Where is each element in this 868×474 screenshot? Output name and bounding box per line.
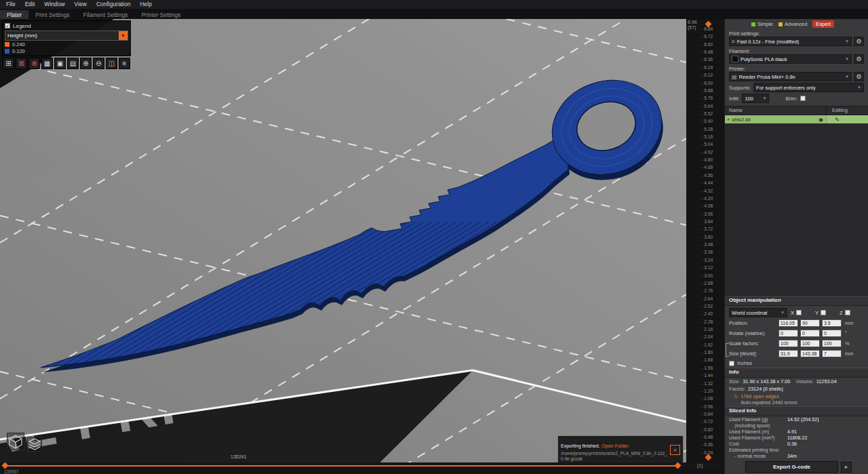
legend-checkbox[interactable]: ✓ [5,23,10,28]
mode-advanced[interactable]: Advanced [778,21,807,27]
axis-toggle[interactable] [796,310,802,315]
layer-tick[interactable]: 5.16 [701,135,713,140]
position-y-input[interactable]: 90 [800,319,820,327]
size-y-input[interactable]: 143.38 [800,350,820,357]
layer-tick[interactable]: 5.52 [701,112,713,117]
printer-select[interactable]: ▤ Reeder Prusa Mini+ 0.8n ▼ [729,72,852,81]
layer-tick[interactable]: 1.08 [701,397,713,401]
layer-tick[interactable]: 0.60 [701,428,713,433]
add-icon[interactable]: ⊞ [3,58,14,69]
layer-tick[interactable]: 3.48 [701,243,713,248]
menu-item-view[interactable]: View [70,0,92,9]
layer-tick[interactable]: 1.80 [701,351,713,355]
layer-tick[interactable]: 3.84 [701,220,713,224]
axis-toggle[interactable] [821,310,826,315]
size-x-input[interactable]: 31.9 [778,350,798,357]
layer-tick[interactable]: 1.68 [701,358,713,363]
layer-tick[interactable]: 3.72 [701,227,713,232]
menu-item-help[interactable]: Help [135,0,156,9]
move-slider-right-handle[interactable] [675,462,682,469]
layer-tick[interactable]: 0.96 [701,405,713,410]
layer-tick[interactable]: 2.76 [701,289,713,294]
copy-icon[interactable]: ▣ [54,58,66,69]
layer-tick[interactable]: 0.36 [701,443,713,448]
move-slider[interactable]: (1) [0,462,724,469]
eye-icon[interactable]: ◉ [818,117,823,123]
layer-tick[interactable]: 5.88 [701,89,713,94]
split-objects-icon[interactable]: ◫ [106,58,117,69]
layer-tick[interactable]: 4.08 [701,204,713,209]
layer-tick[interactable]: 4.56 [701,174,713,178]
menu-item-configuration[interactable]: Configuration [92,0,136,9]
layer-tick[interactable]: 6.36 [701,58,713,62]
3d-viewport[interactable]: AL PRI ✓ [0,19,686,462]
close-icon[interactable]: × [670,445,680,455]
layer-tick[interactable]: 3.60 [701,235,713,240]
size-z-input[interactable]: 7 [822,350,842,357]
view-preview-icon[interactable] [27,437,42,452]
layer-tick[interactable]: 3.36 [701,250,713,255]
open-folder-link[interactable]: Open Folder. [602,443,629,448]
layer-tick[interactable]: 2.64 [701,297,713,302]
mode-simple[interactable]: Simple [751,21,773,27]
layer-tick[interactable]: 0.48 [701,435,713,440]
brim-checkbox[interactable] [800,96,806,101]
export-options-icon[interactable]: ▸ [841,462,852,473]
print-settings-gear-icon[interactable]: ⚙ [854,37,864,46]
position-z-input[interactable]: 3.5 [822,319,842,327]
tab-filament-settings[interactable]: Filament Settings [77,10,135,19]
view-3d-icon[interactable] [7,433,24,450]
layer-tick[interactable]: 3.96 [701,212,713,217]
layer-tick[interactable]: 6.48 [701,50,713,55]
layer-tick[interactable]: 6.84 [701,27,713,32]
layer-height-tool-icon[interactable]: ≡ [119,58,130,69]
tab-printer-settings[interactable]: Printer Settings [134,10,187,19]
editing-cell[interactable]: ✎ [826,115,868,123]
menu-item-edit[interactable]: Edit [20,0,40,9]
layer-tick[interactable]: 4.68 [701,165,713,170]
axis-toggle[interactable] [845,310,850,315]
object-list-body[interactable] [725,123,868,296]
supports-select[interactable]: For support enforcers only ▼ [753,83,864,92]
export-gcode-button[interactable]: Export G-code [745,461,838,473]
layer-tick[interactable]: 2.52 [701,304,713,309]
layer-tick[interactable]: 3.12 [701,266,713,271]
layer-tick[interactable]: 5.64 [701,104,713,109]
layer-tick[interactable]: 6.60 [701,43,713,47]
layer-tick[interactable]: 0.84 [701,412,713,417]
layer-tick[interactable]: 3.00 [701,274,713,279]
layer-tick[interactable]: 4.92 [701,151,713,155]
layer-tick[interactable]: 2.40 [701,312,713,317]
layer-tick[interactable]: 6.72 [701,35,713,39]
move-slider-track[interactable] [5,465,678,467]
layer-tick[interactable]: 5.40 [701,119,713,124]
layer-tick[interactable]: 2.04 [701,335,713,340]
filament-gear-icon[interactable]: ⚙ [854,54,864,64]
chevron-down-icon[interactable]: ▼ [119,31,127,40]
print-settings-select[interactable]: ≡ Fast 0.12z - Fine (modified) ▼ [729,37,852,46]
layer-tick[interactable]: 5.76 [701,96,713,101]
scale-z-input[interactable]: 100 [822,340,842,347]
layer-tick[interactable]: 6.12 [701,73,713,78]
layer-tick[interactable]: 6.24 [701,66,713,71]
tab-plater[interactable]: Plater [0,10,28,19]
rotate-x-input[interactable]: 0 [778,330,798,337]
layer-tick[interactable]: 4.44 [701,181,713,186]
mode-expert[interactable]: Expert [812,20,834,28]
layer-tick[interactable]: 0.72 [701,420,713,424]
rotate-z-input[interactable]: 0 [822,330,842,337]
layer-tick[interactable]: 4.20 [701,197,713,201]
layer-tick[interactable]: 1.44 [701,374,713,378]
coordinate-system-select[interactable]: World coordinat ▼ [729,308,787,317]
object-list-row[interactable]: ▸ shiv2.stl ◉ ✎ [725,115,868,123]
scale-x-input[interactable]: 100 [778,340,798,347]
move-slider-left-handle[interactable] [2,462,9,469]
rotate-y-input[interactable]: 0 [800,330,820,337]
layer-tick[interactable]: 1.92 [701,343,713,348]
lock-scale-icon[interactable] [726,343,729,357]
delete-all-icon[interactable]: ⊗ [28,58,40,69]
layer-slider[interactable]: 6.96 (57) 6.846.726.606.486.366.246.126.… [686,19,724,462]
infill-select[interactable]: 100 ▼ [742,94,769,103]
layer-tick[interactable]: 4.32 [701,189,713,194]
layer-tick[interactable]: 5.28 [701,127,713,132]
